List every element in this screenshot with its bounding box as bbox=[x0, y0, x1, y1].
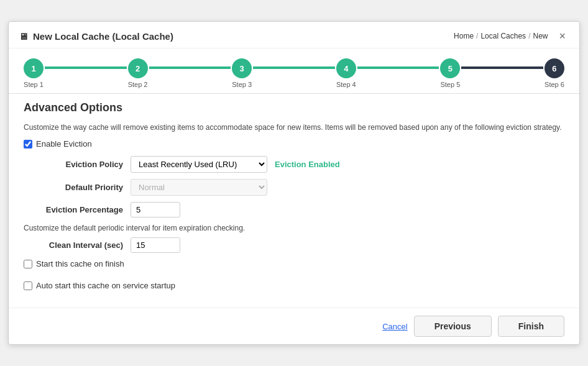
previous-button[interactable]: Previous bbox=[414, 316, 492, 337]
finish-button[interactable]: Finish bbox=[498, 316, 564, 337]
step-label-3: Step 3 bbox=[232, 81, 252, 88]
step-label-2: Step 2 bbox=[128, 81, 148, 88]
close-button[interactable]: × bbox=[555, 29, 569, 43]
step-item-3: 3 Step 3 bbox=[232, 58, 252, 88]
eviction-percentage-row: Eviction Percentage bbox=[24, 202, 564, 217]
eviction-enabled-text: Eviction Enabled bbox=[275, 160, 340, 169]
step-item-6: 6 Step 6 bbox=[544, 58, 564, 88]
auto-start-row: Auto start this cache on service startup bbox=[24, 281, 564, 290]
breadcrumb-sep1: / bbox=[476, 32, 478, 40]
step-circle-6: 6 bbox=[544, 58, 564, 78]
breadcrumb-local-caches[interactable]: Local Caches bbox=[480, 32, 526, 40]
step-item-1: 1 Step 1 bbox=[24, 58, 44, 88]
cancel-button[interactable]: Cancel bbox=[382, 322, 407, 331]
clean-interval-label: Clean Interval (sec) bbox=[24, 240, 123, 250]
default-priority-select[interactable]: Normal Low High Not Removable bbox=[131, 179, 267, 196]
monitor-icon: 🖥 bbox=[19, 31, 28, 42]
auto-start-checkbox[interactable] bbox=[24, 281, 32, 290]
stepper-line-fill-4 bbox=[357, 66, 439, 69]
default-priority-row: Default Priority Normal Low High Not Rem… bbox=[24, 179, 564, 196]
stepper-line-fill-2 bbox=[149, 66, 231, 69]
eviction-policy-row: Eviction Policy Least Recently Used (LRU… bbox=[24, 156, 564, 173]
clean-interval-wrapper bbox=[131, 237, 180, 253]
eviction-percentage-wrapper bbox=[131, 202, 180, 217]
breadcrumb-home[interactable]: Home bbox=[454, 32, 474, 40]
step-number-4: 4 bbox=[344, 64, 348, 73]
modal-title-text: New Local Cache (Local Cache) bbox=[33, 31, 173, 42]
eviction-percentage-input[interactable] bbox=[131, 202, 180, 217]
enable-eviction-checkbox[interactable] bbox=[24, 140, 32, 149]
step-circle-3: 3 bbox=[232, 58, 252, 78]
step-number-3: 3 bbox=[240, 64, 244, 73]
step-label-5: Step 5 bbox=[440, 81, 460, 88]
stepper: 1 Step 1 2 Step 2 3 bbox=[24, 58, 564, 88]
step-number-1: 1 bbox=[31, 64, 35, 73]
step-label-1: Step 1 bbox=[24, 81, 44, 88]
clean-interval-description: Customize the default periodic interval … bbox=[24, 224, 564, 232]
clean-interval-row: Clean Interval (sec) bbox=[24, 237, 564, 253]
default-priority-label: Default Priority bbox=[24, 183, 123, 192]
step-number-5: 5 bbox=[448, 64, 452, 73]
stepper-line-5-6 bbox=[461, 66, 543, 69]
step-circle-2: 2 bbox=[128, 58, 148, 78]
start-cache-row: Start this cache on finish bbox=[24, 259, 564, 268]
step-number-2: 2 bbox=[136, 64, 140, 73]
stepper-line-4-5 bbox=[357, 66, 439, 69]
step-number-6: 6 bbox=[552, 64, 556, 73]
breadcrumb-current: New bbox=[533, 32, 548, 40]
section-title: Advanced Options bbox=[24, 101, 564, 114]
stepper-line-1-2 bbox=[45, 66, 127, 69]
step-item-4: 4 Step 4 bbox=[336, 58, 356, 88]
modal-container: 🖥 New Local Cache (Local Cache) Home / L… bbox=[8, 21, 580, 345]
stepper-line-dark-5 bbox=[461, 66, 543, 69]
modal-header: 🖥 New Local Cache (Local Cache) Home / L… bbox=[9, 22, 579, 48]
step-label-4: Step 4 bbox=[336, 81, 356, 88]
step-circle-1: 1 bbox=[24, 58, 44, 78]
enable-eviction-row: Enable Eviction bbox=[24, 139, 564, 149]
stepper-line-3-4 bbox=[253, 66, 335, 69]
eviction-policy-wrapper: Least Recently Used (LRU) Most Recently … bbox=[131, 156, 340, 173]
step-item-2: 2 Step 2 bbox=[128, 58, 148, 88]
description-text: Customize the way cache will remove exis… bbox=[24, 122, 564, 133]
modal-title: 🖥 New Local Cache (Local Cache) bbox=[19, 31, 173, 42]
stepper-line-2-3 bbox=[149, 66, 231, 69]
default-priority-wrapper: Normal Low High Not Removable bbox=[131, 179, 267, 196]
stepper-line-fill-1 bbox=[45, 66, 127, 69]
stepper-area: 1 Step 1 2 Step 2 3 bbox=[9, 48, 579, 93]
eviction-policy-label: Eviction Policy bbox=[24, 160, 123, 169]
step-item-5: 5 Step 5 bbox=[440, 58, 460, 88]
breadcrumb: Home / Local Caches / New bbox=[454, 32, 548, 40]
enable-eviction-label: Enable Eviction bbox=[36, 139, 92, 149]
breadcrumb-sep2: / bbox=[528, 32, 530, 40]
auto-start-label: Auto start this cache on service startup bbox=[36, 281, 175, 290]
eviction-percentage-label: Eviction Percentage bbox=[24, 205, 123, 214]
clean-interval-input[interactable] bbox=[131, 237, 180, 253]
stepper-line-fill-3 bbox=[253, 66, 335, 69]
step-circle-5: 5 bbox=[440, 58, 460, 78]
content-area: Advanced Options Customize the way cache… bbox=[9, 93, 579, 303]
checkbox-section: Start this cache on finish Auto start th… bbox=[24, 259, 564, 298]
start-cache-label: Start this cache on finish bbox=[36, 259, 124, 268]
eviction-policy-select[interactable]: Least Recently Used (LRU) Most Recently … bbox=[131, 156, 267, 173]
start-cache-checkbox[interactable] bbox=[24, 260, 32, 268]
step-label-6: Step 6 bbox=[544, 81, 564, 88]
step-circle-4: 4 bbox=[336, 58, 356, 78]
modal-footer: Cancel Previous Finish bbox=[9, 308, 579, 344]
